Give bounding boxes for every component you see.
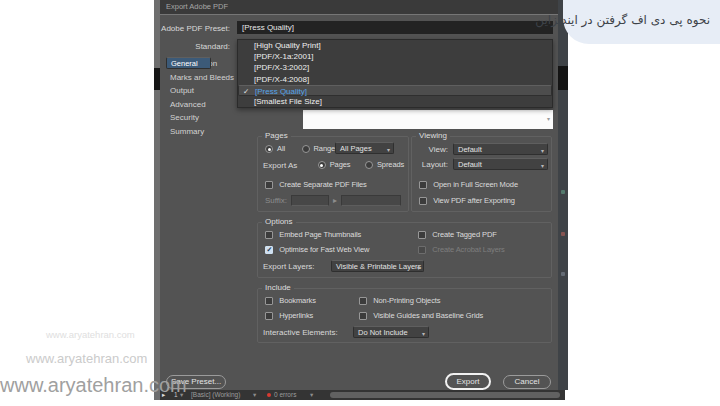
sidebar-item-output[interactable]: Output <box>166 84 232 98</box>
preflight-profile[interactable]: [Basic] (Working) <box>191 390 240 400</box>
visible-guides-label: Visible Guides and Baseline Grids <box>373 311 483 320</box>
error-count[interactable]: 0 errors <box>274 390 296 400</box>
pages-radio-label: Pages <box>330 160 351 169</box>
chevron-down-icon: ▾ <box>387 145 390 156</box>
export-layers-select[interactable]: Visible & Printable Layers ▾ <box>331 260 424 272</box>
export-button[interactable]: Export <box>445 373 491 390</box>
app-statusbar: ▸ 1 ▾ [Basic] (Working) ▾ 0 errors ▾ <box>160 390 565 400</box>
view-label: View: <box>412 145 448 154</box>
pages-group: Pages All Range: All Pages ▾ Export As P… <box>257 136 409 212</box>
bookmarks-label: Bookmarks <box>279 296 316 305</box>
view-pdf-after-export-label: View PDF after Exporting <box>433 196 515 205</box>
dialog-titlebar[interactable]: Export Adobe PDF <box>160 0 558 15</box>
sidebar-item-security[interactable]: Security <box>166 111 232 125</box>
chevron-down-icon: ▾ <box>541 161 544 172</box>
view-pdf-after-export-checkbox[interactable] <box>419 197 427 205</box>
non-printing-objects-label: Non-Printing Objects <box>373 296 440 305</box>
non-printing-objects-checkbox[interactable] <box>359 297 367 305</box>
watermark-large: www.aryatehran.com <box>0 374 187 397</box>
sidebar: General Compression Marks and Bleeds Out… <box>166 57 232 139</box>
all-label: All <box>277 144 285 153</box>
create-acrobat-layers-checkbox <box>418 246 426 254</box>
create-tagged-pdf-checkbox[interactable] <box>418 231 426 239</box>
preset-menu-item[interactable]: [PDF/X-1a:2001] <box>238 51 552 62</box>
create-tagged-pdf-label: Create Tagged PDF <box>432 230 496 239</box>
preset-label: Adobe PDF Preset: <box>160 24 230 33</box>
optimise-fast-web-view-checkbox[interactable] <box>265 246 273 254</box>
embed-page-thumbnails-label: Embed Page Thumbnails <box>279 230 361 239</box>
bookmarks-checkbox[interactable] <box>265 297 273 305</box>
viewing-group-title: Viewing <box>416 131 450 140</box>
preflight-chevron-icon[interactable]: ▾ <box>253 390 256 400</box>
open-full-screen-checkbox[interactable] <box>419 181 427 189</box>
range-label: Range: <box>314 144 338 153</box>
pages-radio[interactable] <box>318 161 326 169</box>
layout-select[interactable]: Default ▾ <box>453 158 548 170</box>
include-group: Include Bookmarks Non-Printing Objects H… <box>257 288 552 343</box>
all-pages-radio[interactable] <box>265 145 273 153</box>
pages-group-title: Pages <box>262 131 291 140</box>
open-full-screen-label: Open in Full Screen Mode <box>433 180 518 189</box>
preset-menu-item[interactable]: [High Quality Print] <box>238 40 552 51</box>
optimise-fast-web-view-label: Optimise for Fast Web View <box>279 245 369 254</box>
visible-guides-checkbox[interactable] <box>359 312 367 320</box>
screenshot-root: Export Adobe PDF Adobe PDF Preset: [Pres… <box>0 0 720 406</box>
chevron-down-icon: ▾ <box>417 263 420 274</box>
standard-label: Standard: <box>160 42 230 51</box>
spreads-radio-label: Spreads <box>377 160 404 169</box>
dock-icon <box>561 272 565 276</box>
errors-chevron-icon[interactable]: ▾ <box>310 390 313 400</box>
dock-icon <box>561 232 565 236</box>
sidebar-item-advanced[interactable]: Advanced <box>166 98 232 112</box>
sidebar-item-general[interactable]: General <box>166 57 211 69</box>
chevron-down-icon: ▾ <box>547 115 550 122</box>
embed-page-thumbnails-checkbox[interactable] <box>265 231 273 239</box>
caption-bubble: نحوه پی دی اف گرفتن در ایندیزاین <box>563 0 720 44</box>
range-select[interactable]: All Pages ▾ <box>335 142 394 154</box>
include-group-title: Include <box>262 283 294 292</box>
preset-menu-item[interactable]: [Smallest File Size] <box>238 96 552 107</box>
interactive-elements-label: Interactive Elements: <box>263 328 338 337</box>
dock-dark-block <box>558 66 568 90</box>
suffix-arrow-icon: ▸ <box>333 196 337 205</box>
dock-icon <box>561 190 565 194</box>
export-adobe-pdf-dialog: Export Adobe PDF Adobe PDF Preset: [Pres… <box>160 0 558 390</box>
error-status-dot <box>267 393 271 397</box>
suffix-input[interactable] <box>291 195 329 206</box>
preset-menu-item-selected[interactable]: ✓ [Press Quality] <box>238 85 552 96</box>
create-separate-pdf-label: Create Separate PDF Files <box>279 180 367 189</box>
hyperlinks-checkbox[interactable] <box>265 312 273 320</box>
hyperlinks-label: Hyperlinks <box>279 311 313 320</box>
create-separate-pdf-checkbox[interactable] <box>265 181 273 189</box>
panel-dock-strip <box>558 0 568 390</box>
cancel-button[interactable]: Cancel <box>503 375 551 389</box>
preset-menu-item[interactable]: [PDF/X-3:2002] <box>238 62 552 73</box>
horizontal-scrollbar[interactable] <box>330 392 560 398</box>
preset-dropdown-menu: [High Quality Print] [PDF/X-1a:2001] [PD… <box>237 39 553 108</box>
sidebar-item-marks-and-bleeds[interactable]: Marks and Bleeds <box>166 71 232 85</box>
create-acrobat-layers-label: Create Acrobat Layers <box>432 245 505 254</box>
dialog-title: Export Adobe PDF <box>166 2 228 11</box>
preset-select[interactable]: [Press Quality] <box>237 21 553 34</box>
spreads-radio[interactable] <box>365 161 373 169</box>
options-group-title: Options <box>262 217 296 226</box>
range-radio[interactable] <box>302 145 310 153</box>
options-group: Options Embed Page Thumbnails Create Tag… <box>257 222 552 278</box>
watermark-small: www.aryatehran.com <box>46 329 135 340</box>
caption-text: نحوه پی دی اف گرفتن در ایندیزاین <box>535 13 710 27</box>
viewing-group: Viewing View: Default ▾ Layout: Default … <box>411 136 552 212</box>
layout-label: Layout: <box>412 160 448 169</box>
chevron-down-icon: ▾ <box>541 146 544 157</box>
interactive-elements-select[interactable]: Do Not Include ▾ <box>353 326 429 338</box>
view-select[interactable]: Default ▾ <box>453 143 548 155</box>
sidebar-item-summary[interactable]: Summary <box>166 125 232 139</box>
chevron-down-icon: ▾ <box>422 329 425 340</box>
watermark-medium: www.aryatehran.com <box>26 351 147 366</box>
suffix-label: Suffix: <box>265 196 287 205</box>
suffix-preview-input[interactable] <box>341 195 401 206</box>
export-as-label: Export As <box>263 161 297 170</box>
description-box[interactable]: ▾ <box>303 110 553 129</box>
preset-menu-item[interactable]: [PDF/X-4:2008] <box>238 74 552 85</box>
export-layers-label: Export Layers: <box>263 262 315 271</box>
